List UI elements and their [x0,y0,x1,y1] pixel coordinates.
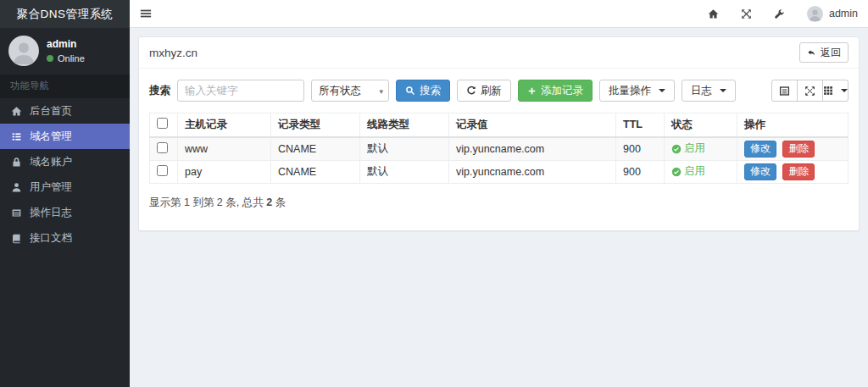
cell-type: CNAME [271,160,360,183]
app-title: 聚合DNS管理系统 [0,0,130,28]
table-header-row: 主机记录 记录类型 线路类型 记录值 TTL 状态 操作 [150,113,849,137]
tools-button[interactable] [774,8,785,19]
records-table: 主机记录 记录类型 线路类型 记录值 TTL 状态 操作 www CNAME [149,113,849,184]
lock-icon [10,157,23,168]
status-badge: 启用 [671,161,730,183]
batch-actions-label: 批量操作 [609,84,651,98]
cell-ttl: 900 [616,137,665,161]
select-all-checkbox[interactable] [157,118,168,129]
table-view-controls [771,80,849,102]
back-button[interactable]: 返回 [799,42,849,63]
sidebar-item-label: 用户管理 [30,180,72,195]
card-view-toggle-button[interactable] [771,80,798,102]
search-input[interactable] [177,80,304,102]
sidebar-toggle-button[interactable] [140,8,152,19]
row-checkbox[interactable] [157,142,168,153]
card-header: mxhyz.cn 返回 [139,37,859,69]
cell-ttl: 900 [616,160,665,183]
log-dropdown-label: 日志 [691,84,712,98]
search-button[interactable]: 搜索 [396,80,450,102]
cell-type: CNAME [271,137,360,161]
sidebar-item-domain-accounts[interactable]: 域名账户 [0,149,130,174]
sidebar-item-dashboard[interactable]: 后台首页 [0,98,130,124]
edit-button[interactable]: 修改 [744,141,776,158]
user-status-label: Online [58,53,85,64]
pagination-info: 显示第 1 到第 2 条, 总共 2 条 [139,184,859,230]
log-dropdown[interactable]: 日志 [682,80,736,102]
col-header-value: 记录值 [449,113,616,137]
user-panel: admin Online [0,28,130,75]
pagination-prefix: 显示第 1 到第 2 条, 总共 [149,196,266,208]
columns-grid-icon [823,86,833,96]
sidebar-item-api-docs[interactable]: 接口文档 [0,225,130,251]
navbar-user-menu[interactable]: admin [807,6,858,22]
status-label: 启用 [684,164,705,179]
status-label: 启用 [684,141,705,156]
user-status: Online [47,53,85,64]
search-icon [405,86,415,96]
col-header-host: 主机记录 [178,113,271,137]
columns-dropdown-button[interactable] [822,80,849,102]
sidebar-item-label: 接口文档 [30,231,72,246]
sidebar-item-domains[interactable]: 域名管理 [0,124,130,149]
check-circle-icon [671,167,682,177]
row-checkbox[interactable] [157,165,168,176]
cell-value: vip.yuncname.com [449,137,616,161]
fullscreen-button[interactable] [741,8,752,19]
sidebar-item-logs[interactable]: 操作日志 [0,200,130,225]
sidebar-item-label: 操作日志 [30,206,72,220]
col-header-actions: 操作 [737,113,849,137]
status-filter-select[interactable]: 所有状态 [311,80,389,102]
caret-down-icon [659,89,665,92]
sidebar-section-label: 功能导航 [0,75,130,98]
refresh-button[interactable]: 刷新 [457,80,511,102]
sidebar-item-label: 域名管理 [30,130,72,144]
refresh-icon [466,86,476,96]
plus-icon [527,86,537,96]
user-icon [10,182,23,193]
pagination-suffix: 条 [272,196,286,208]
col-header-type: 记录类型 [271,113,360,137]
sidebar-menu: 后台首页 域名管理 域名账户 用户管理 操作日志 [0,98,130,251]
sidebar: 聚合DNS管理系统 admin Online 功能导航 后台首页 [0,0,130,387]
navbar-right: admin [708,6,858,22]
add-record-label: 添加记录 [541,84,583,98]
records-table-wrap: 主机记录 记录类型 线路类型 记录值 TTL 状态 操作 www CNAME [139,113,859,184]
reply-arrow-icon [807,48,816,58]
log-icon [10,207,23,218]
delete-button[interactable]: 删除 [782,163,815,180]
edit-button[interactable]: 修改 [744,163,776,180]
home-button[interactable] [708,8,719,19]
person-icon [807,6,823,22]
col-header-status: 状态 [665,113,737,137]
fullscreen-icon [804,86,815,97]
table-fullscreen-button[interactable] [797,80,823,102]
cell-line: 默认 [360,137,449,161]
search-label: 搜索 [149,84,170,98]
sidebar-item-users[interactable]: 用户管理 [0,174,130,200]
cell-line: 默认 [360,160,449,183]
wrench-icon [774,8,785,19]
table-toolbar: 搜索 所有状态 ▾ 搜索 刷新 添加记录 批量操作 [139,69,859,113]
navbar-username: admin [829,8,858,19]
sidebar-item-label: 域名账户 [30,155,72,169]
refresh-button-label: 刷新 [481,84,502,98]
cell-host: pay [178,160,271,183]
cell-host: www [178,137,271,161]
add-record-button[interactable]: 添加记录 [518,80,593,102]
status-badge: 启用 [671,138,730,160]
online-dot-icon [47,55,53,62]
list-icon [10,131,23,142]
caret-down-icon [841,89,848,92]
sidebar-item-label: 后台首页 [30,104,72,119]
card-view-icon [779,86,790,97]
domain-records-card: mxhyz.cn 返回 搜索 所有状态 ▾ 搜索 刷新 [138,36,860,231]
check-circle-icon [671,144,682,154]
table-row: pay CNAME 默认 vip.yuncname.com 900 启用 [150,160,849,183]
book-icon [10,233,23,244]
batch-actions-dropdown[interactable]: 批量操作 [599,80,675,102]
back-button-label: 返回 [821,46,841,60]
delete-button[interactable]: 删除 [782,141,815,158]
domain-title: mxhyz.cn [149,47,198,59]
cell-value: vip.yuncname.com [449,160,616,183]
